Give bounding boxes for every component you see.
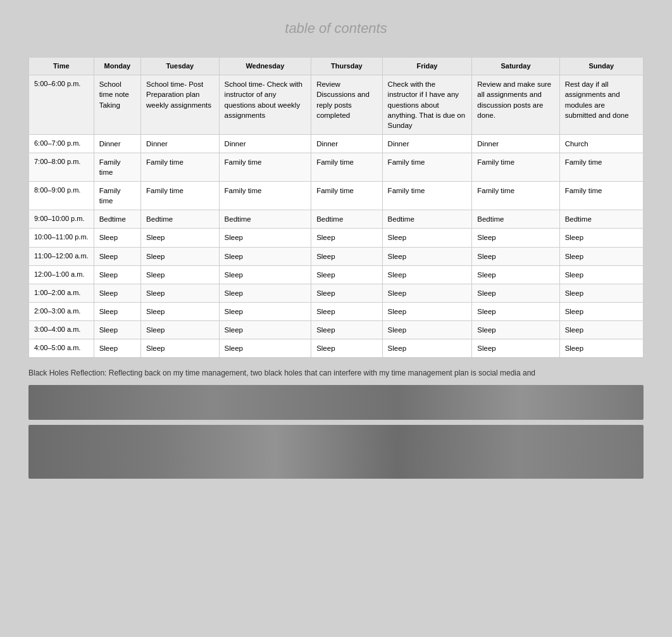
cell-tuesday: School time- Post Preparation plan weekl…: [141, 75, 220, 134]
cell-monday: Sleep: [94, 320, 140, 339]
cell-monday: Sleep: [94, 229, 140, 247]
cell-sunday: Family time: [559, 153, 643, 181]
cell-tuesday: Sleep: [141, 247, 220, 265]
cell-thursday: Sleep: [311, 320, 382, 339]
cell-wednesday: Bedtime: [219, 210, 311, 229]
cell-thursday: Sleep: [311, 302, 382, 320]
time-cell: 10:00–11:00 p.m.: [29, 229, 94, 247]
cell-wednesday: Sleep: [219, 302, 311, 320]
cell-sunday: Family time: [559, 182, 643, 210]
col-tuesday: Tuesday: [141, 58, 220, 75]
cell-tuesday: Sleep: [141, 229, 220, 247]
time-cell: 4:00–5:00 a.m.: [29, 339, 94, 357]
table-row-special: 5:00–6:00 p.m. School time note Taking S…: [29, 75, 644, 134]
cell-friday: Sleep: [382, 247, 472, 265]
cell-saturday: Sleep: [472, 247, 559, 265]
cell-tuesday: Dinner: [141, 134, 220, 153]
blurred-block-1: [28, 385, 644, 420]
cell-sunday: Church: [559, 134, 643, 153]
cell-thursday: Dinner: [311, 134, 382, 153]
cell-sunday: Sleep: [559, 320, 643, 339]
cell-friday: Sleep: [382, 229, 472, 247]
cell-thursday: Family time: [311, 182, 382, 210]
header-area: table of contents: [0, 0, 672, 57]
cell-wednesday: Sleep: [219, 284, 311, 302]
time-cell: 7:00–8:00 p.m.: [29, 153, 94, 181]
cell-monday: Sleep: [94, 302, 140, 320]
cell-friday: Bedtime: [382, 210, 472, 229]
cell-monday: School time note Taking: [94, 75, 140, 134]
cell-friday: Family time: [382, 182, 472, 210]
cell-tuesday: Sleep: [141, 302, 220, 320]
cell-saturday: Bedtime: [472, 210, 559, 229]
table-row: 4:00–5:00 a.m.SleepSleepSleepSleepSleepS…: [29, 339, 644, 357]
table-row: 12:00–1:00 a.m.SleepSleepSleepSleepSleep…: [29, 265, 644, 284]
cell-thursday: Bedtime: [311, 210, 382, 229]
cell-friday: Dinner: [382, 134, 472, 153]
cell-sunday: Sleep: [559, 339, 643, 357]
time-cell: 5:00–6:00 p.m.: [29, 75, 94, 134]
cell-wednesday: School time- Check with instructor of an…: [219, 75, 311, 134]
cell-thursday: Sleep: [311, 229, 382, 247]
cell-saturday: Sleep: [472, 302, 559, 320]
cell-wednesday: Family time: [219, 182, 311, 210]
time-cell: 3:00–4:00 a.m.: [29, 320, 94, 339]
table-container: Time Monday Tuesday Wednesday Thursday F…: [28, 57, 644, 358]
cell-saturday: Sleep: [472, 229, 559, 247]
schedule-table: Time Monday Tuesday Wednesday Thursday F…: [28, 57, 644, 358]
cell-friday: Sleep: [382, 339, 472, 357]
time-cell: 1:00–2:00 a.m.: [29, 284, 94, 302]
cell-thursday: Sleep: [311, 247, 382, 265]
cell-thursday: Sleep: [311, 265, 382, 284]
cell-wednesday: Sleep: [219, 229, 311, 247]
reflection-section: Black Holes Reflection: Reflecting back …: [28, 367, 644, 379]
time-cell: 12:00–1:00 a.m.: [29, 265, 94, 284]
cell-monday: Bedtime: [94, 210, 140, 229]
time-cell: 8:00–9:00 p.m.: [29, 182, 94, 210]
cell-saturday: Sleep: [472, 284, 559, 302]
table-row: 8:00–9:00 p.m.Family timeFamily timeFami…: [29, 182, 644, 210]
cell-monday: Family time: [94, 182, 140, 210]
cell-sunday: Rest day if all assignments and modules …: [559, 75, 643, 134]
cell-wednesday: Sleep: [219, 320, 311, 339]
col-time: Time: [29, 58, 94, 75]
header-title: table of contents: [285, 20, 387, 37]
cell-friday: Sleep: [382, 265, 472, 284]
cell-tuesday: Sleep: [141, 265, 220, 284]
cell-monday: Family time: [94, 153, 140, 181]
table-header-row: Time Monday Tuesday Wednesday Thursday F…: [29, 58, 644, 75]
time-cell: 6:00–7:00 p.m.: [29, 134, 94, 153]
cell-monday: Sleep: [94, 265, 140, 284]
cell-saturday: Sleep: [472, 339, 559, 357]
cell-thursday: Family time: [311, 153, 382, 181]
cell-thursday: Sleep: [311, 339, 382, 357]
cell-friday: Sleep: [382, 320, 472, 339]
cell-tuesday: Family time: [141, 182, 220, 210]
cell-wednesday: Sleep: [219, 247, 311, 265]
reflection-text: Black Holes Reflection: Reflecting back …: [28, 369, 535, 377]
cell-sunday: Sleep: [559, 229, 643, 247]
cell-friday: Sleep: [382, 302, 472, 320]
cell-tuesday: Sleep: [141, 339, 220, 357]
cell-tuesday: Family time: [141, 153, 220, 181]
cell-saturday: Family time: [472, 182, 559, 210]
cell-sunday: Bedtime: [559, 210, 643, 229]
table-row: 7:00–8:00 p.m.Family timeFamily timeFami…: [29, 153, 644, 181]
cell-monday: Dinner: [94, 134, 140, 153]
cell-sunday: Sleep: [559, 302, 643, 320]
time-cell: 11:00–12:00 a.m.: [29, 247, 94, 265]
cell-sunday: Sleep: [559, 247, 643, 265]
cell-tuesday: Sleep: [141, 284, 220, 302]
cell-sunday: Sleep: [559, 284, 643, 302]
col-saturday: Saturday: [472, 58, 559, 75]
cell-saturday: Family time: [472, 153, 559, 181]
col-friday: Friday: [382, 58, 472, 75]
cell-saturday: Sleep: [472, 320, 559, 339]
table-row: 6:00–7:00 p.m.DinnerDinnerDinnerDinnerDi…: [29, 134, 644, 153]
cell-wednesday: Dinner: [219, 134, 311, 153]
cell-wednesday: Sleep: [219, 339, 311, 357]
cell-wednesday: Sleep: [219, 265, 311, 284]
cell-friday: Sleep: [382, 284, 472, 302]
table-row: 3:00–4:00 a.m.SleepSleepSleepSleepSleepS…: [29, 320, 644, 339]
time-cell: 9:00–10:00 p.m.: [29, 210, 94, 229]
